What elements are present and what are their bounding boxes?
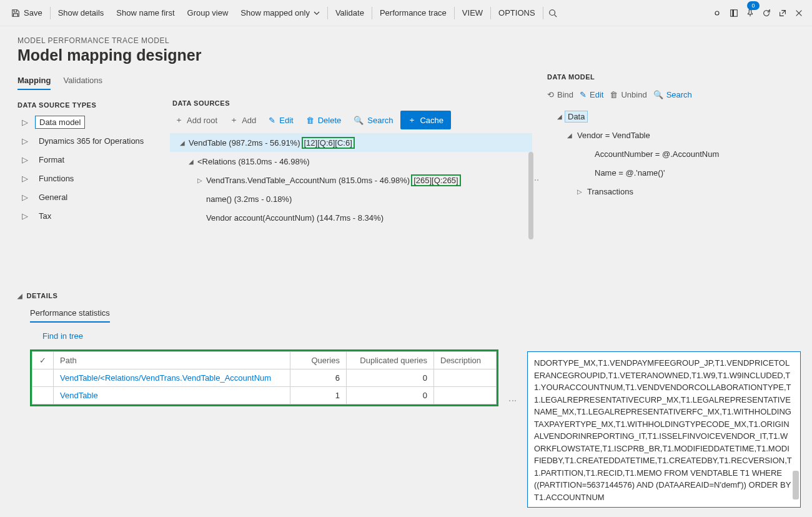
collapse-icon[interactable]: ◢ [565,132,575,139]
data-model-tree: ◢Data ◢Vendor = VendTable AccountNumber … [547,107,801,201]
link-icon [712,8,722,18]
collapse-icon[interactable]: ◢ [186,158,196,165]
col-queries[interactable]: Queries [290,352,347,369]
search-button[interactable]: 🔍Search [653,90,692,99]
expand-icon[interactable]: ▷ [575,188,585,195]
path-cell[interactable]: VendTable/<Relations/VendTrans.VendTable… [54,369,290,387]
show-mapped-only-dropdown[interactable]: Show mapped only [234,0,326,26]
data-sources-toolbar: ＋Add root ＋Add ✎Edit 🗑Delete 🔍Search ＋Ca… [170,111,532,129]
table-row[interactable]: VendTable/<Relations/VendTrans.VendTable… [32,369,497,387]
group-view-button[interactable]: Group view [181,0,235,26]
refresh-button[interactable] [758,0,775,26]
ds-row-vendtable[interactable]: ◢ VendTable (987.2ms - 56.91%) [12][Q:6]… [170,133,532,152]
separator [454,7,455,19]
trash-icon: 🗑 [610,90,618,99]
performance-trace-button[interactable]: Performance trace [374,0,453,26]
close-icon [795,9,803,18]
edit-button[interactable]: ✎Edit [264,113,298,128]
chevron-right-icon: ▷ [15,174,35,183]
chevron-right-icon: ▷ [15,193,35,202]
perf-stats-badge: [12][Q:6][C:6] [302,137,355,149]
dm-row-vendor[interactable]: ◢Vendor = VendTable [547,126,801,144]
performance-stats-grid: ✓ Path Queries Duplicated queries Descri… [32,351,497,404]
view-menu[interactable]: VIEW [456,0,489,26]
delete-button[interactable]: 🗑Delete [301,113,347,128]
table-row[interactable]: VendTable 1 0 [32,387,497,404]
ds-row-relations[interactable]: ◢ <Relations (815.0ms - 46.98%) [170,152,532,171]
command-bar: Save Show details Show name first Group … [0,0,812,26]
search-button[interactable] [545,0,561,26]
performance-stats-grid-highlight: ✓ Path Queries Duplicated queries Descri… [30,349,498,406]
separator [327,7,328,19]
popout-button[interactable] [775,0,791,26]
details-section: ◢ DETAILS Performance statistics Find in… [0,286,812,508]
search-icon: 🔍 [653,90,663,99]
perf-stats-badge: [265][Q:265] [411,174,461,186]
dst-item-d365fo[interactable]: ▷Dynamics 365 for Operations [15,131,170,150]
save-label: Save [24,8,42,18]
add-root-button[interactable]: ＋Add root [170,111,222,129]
find-in-tree-link[interactable]: Find in tree [42,331,498,341]
details-header[interactable]: ◢ DETAILS [17,292,498,299]
tab-validations[interactable]: Validations [63,73,102,90]
select-all-checkbox[interactable]: ✓ [32,352,54,369]
scrollbar[interactable] [793,471,799,499]
ds-row-name[interactable]: name() (3.2ms - 0.18%) [170,189,532,208]
sql-query-textbox[interactable]: NDORTYPE_MX,T1.VENDPAYMFEEGROUP_JP,T1.VE… [527,351,801,508]
bind-button[interactable]: ⟲Bind [547,90,573,99]
data-sources-pane: DATA SOURCES ＋Add root ＋Add ✎Edit 🗑Delet… [170,73,532,286]
plus-icon: ＋ [175,114,183,126]
separator [50,7,51,19]
dst-item-data-model[interactable]: ▷Data model [15,113,170,131]
edit-button[interactable]: ✎Edit [580,90,603,99]
office-button[interactable] [726,0,742,26]
chevron-right-icon: ▷ [15,118,35,127]
dup-cell: 0 [347,369,434,387]
data-sources-tree: ◢ VendTable (987.2ms - 56.91%) [12][Q:6]… [170,133,532,227]
dst-item-general[interactable]: ▷General [15,188,170,206]
link-icon: ⟲ [547,90,554,99]
dm-row-accountnumber[interactable]: AccountNumber = @.AccountNum [547,144,801,163]
path-cell[interactable]: VendTable [54,387,290,404]
cache-button[interactable]: ＋Cache [400,111,451,129]
col-path[interactable]: Path [54,352,290,369]
col-dup-queries[interactable]: Duplicated queries [347,352,434,369]
chevron-down-icon [314,10,320,16]
ds-row-vendtrans[interactable]: ▷ VendTrans.VendTable_AccountNum (815.0m… [170,171,532,189]
refresh-icon [762,9,771,18]
data-sources-header: DATA SOURCES [172,99,532,107]
show-details-button[interactable]: Show details [52,0,111,26]
collapse-icon[interactable]: ◢ [555,113,565,120]
scrollbar[interactable] [528,152,533,239]
svg-point-0 [549,9,555,15]
expand-icon[interactable]: ▷ [195,177,205,184]
show-name-first-button[interactable]: Show name first [110,0,181,26]
attachments-button[interactable] [708,0,726,26]
close-button[interactable] [791,0,807,26]
data-model-header: DATA MODEL [547,73,801,81]
col-description[interactable]: Description [434,352,497,369]
save-button[interactable]: Save [5,0,49,26]
validate-button[interactable]: Validate [329,0,370,26]
search-button[interactable]: 🔍Search [349,113,398,128]
plus-icon: ＋ [230,114,238,126]
tab-performance-statistics[interactable]: Performance statistics [30,306,110,323]
splitter[interactable]: ⋮ [510,394,516,406]
chevron-right-icon: ▷ [15,136,35,146]
ds-row-vendor-account[interactable]: Vendor account(AccountNum) (144.7ms - 8.… [170,208,532,227]
tab-mapping[interactable]: Mapping [17,73,51,90]
dst-item-tax[interactable]: ▷Tax [15,206,170,225]
dst-item-functions[interactable]: ▷Functions [15,169,170,188]
add-button[interactable]: ＋Add [225,111,261,129]
options-menu[interactable]: OPTIONS [492,0,542,26]
dm-row-transactions[interactable]: ▷Transactions [547,182,801,201]
notifications-button[interactable] [742,0,758,26]
dm-row-data[interactable]: ◢Data [547,107,801,126]
dst-item-format[interactable]: ▷Format [15,150,170,169]
dm-row-name[interactable]: Name = @.'name()' [547,163,801,182]
desc-cell [434,387,497,404]
office-icon [730,9,738,18]
unbind-button[interactable]: 🗑Unbind [610,90,646,99]
svg-line-1 [554,14,557,17]
collapse-icon[interactable]: ◢ [177,139,187,146]
